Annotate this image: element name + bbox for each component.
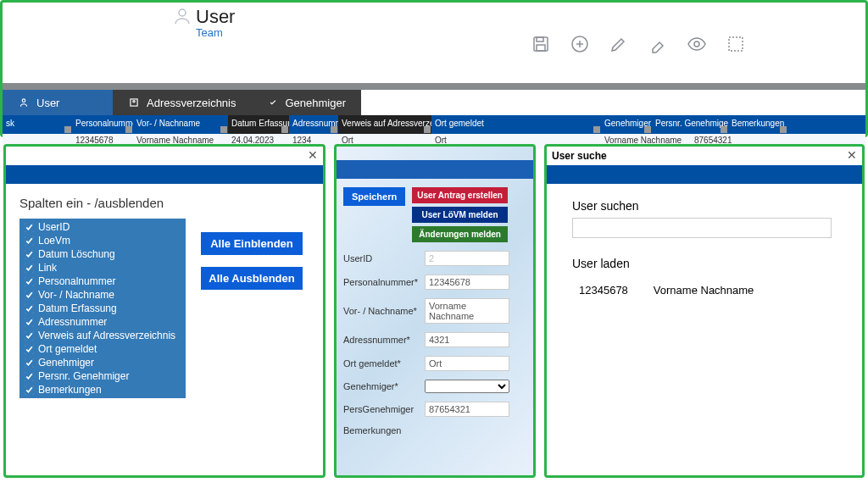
create-request-button[interactable]: User Antrag erstellen [412, 187, 508, 203]
svg-rect-2 [537, 37, 543, 42]
close-icon[interactable]: ✕ [847, 148, 857, 162]
tab-genehmiger[interactable]: Genehmiger [252, 90, 362, 115]
gen-select[interactable] [425, 380, 509, 393]
tab-user-label: User [36, 97, 59, 109]
chk[interactable] [25, 291, 34, 300]
chk[interactable] [25, 277, 34, 286]
chk-item[interactable]: Datum Erfassung [19, 302, 186, 315]
panel-header-bar [547, 165, 862, 184]
chk[interactable] [25, 250, 34, 259]
save-floppy-icon[interactable] [530, 33, 552, 55]
result-row[interactable]: 12345678 Vorname Nachname [572, 275, 845, 297]
svg-point-0 [179, 9, 186, 16]
chk[interactable] [25, 318, 34, 327]
chk-item[interactable]: Vor- / Nachname [19, 288, 186, 302]
col-h[interactable]: sk [3, 115, 72, 134]
chk[interactable] [25, 331, 34, 341]
result-id: 12345678 [579, 284, 628, 297]
svg-rect-3 [537, 45, 545, 51]
pg-label: PersGenehmiger [343, 404, 425, 414]
columns-panel-title: Spalten ein - /ausblenden [6, 184, 323, 219]
save-button[interactable]: Speichern [343, 187, 405, 206]
bem-label: Bemerkungen [343, 425, 425, 435]
edit-pencil-icon[interactable] [608, 33, 630, 55]
top-panel: User Team User Adressverzeichnis Genehmi… [0, 0, 868, 137]
close-icon[interactable]: ✕ [308, 148, 318, 162]
col-h[interactable]: Datum Erfassung [228, 115, 289, 134]
chk[interactable] [25, 345, 34, 354]
panel-header-bar [337, 160, 533, 179]
search-panel: User suche ✕ User suchen User laden 1234… [544, 144, 865, 478]
pg-field[interactable]: 87654321 [425, 402, 509, 417]
view-eye-icon[interactable] [686, 33, 708, 55]
chk-item[interactable]: Genehmiger [19, 356, 186, 369]
chk-item[interactable]: Personalnummer [19, 274, 186, 288]
changes-button[interactable]: Änderungen melden [412, 226, 508, 242]
columns-panel: ✕ Spalten ein - /ausblenden UserID LoeVm… [3, 144, 326, 478]
svg-point-9 [22, 99, 25, 103]
gen-label: Genehmiger* [343, 381, 425, 391]
chk-item[interactable]: Adressnummer [19, 315, 186, 329]
chk-item[interactable]: Bemerkungen [19, 383, 186, 396]
pnr-label: Personalnummer* [343, 277, 425, 287]
col-h[interactable]: Verweis auf Adressverzeichnis [338, 115, 431, 134]
chk[interactable] [25, 304, 34, 313]
erase-icon[interactable] [647, 33, 669, 55]
tab-user[interactable]: User [3, 90, 113, 115]
add-icon[interactable] [569, 33, 591, 55]
tab-gen-label: Genehmiger [286, 97, 347, 109]
adr-field[interactable]: 4321 [425, 332, 509, 347]
chk-item[interactable]: UserID [19, 220, 186, 234]
loevm-button[interactable]: User LöVM melden [412, 207, 508, 223]
svg-point-11 [133, 101, 135, 103]
tab-adressverzeichnis[interactable]: Adressverzeichnis [113, 90, 252, 115]
chk[interactable] [25, 385, 34, 395]
chk-item[interactable]: LoeVm [19, 234, 186, 247]
ort-field[interactable]: Ort [425, 356, 509, 371]
chk-item[interactable]: Persnr. Genehmiger [19, 369, 186, 383]
user-avatar-icon [172, 6, 192, 29]
show-all-button[interactable]: Alle Einblenden [201, 232, 303, 255]
col-h[interactable]: Vor- / Nachname [133, 115, 228, 134]
adr-label: Adressnummer* [343, 335, 425, 345]
chk-item[interactable]: Datum Löschung [19, 247, 186, 261]
pnr-field[interactable]: 12345678 [425, 274, 509, 290]
chk[interactable] [25, 263, 34, 273]
chk[interactable] [25, 372, 34, 381]
col-h[interactable]: Adressnummer [289, 115, 338, 134]
table-header: sk Personalnummer Vor- / Nachname Datum … [3, 115, 865, 134]
col-h[interactable]: Persnr. Genehmiger [652, 115, 728, 134]
chk[interactable] [25, 358, 34, 368]
load-label: User laden [572, 257, 845, 270]
col-h[interactable]: Genehmiger [601, 115, 652, 134]
ort-label: Ort gemeldet* [343, 358, 425, 369]
settings-sheet-icon[interactable] [725, 33, 747, 55]
tabs-row: User Adressverzeichnis Genehmiger [3, 90, 865, 115]
result-name: Vorname Nachname [654, 284, 754, 297]
chk-item[interactable]: Link [19, 261, 186, 274]
chk[interactable] [25, 236, 34, 246]
search-label: User suchen [572, 199, 845, 213]
svg-point-7 [694, 42, 699, 47]
userid-label: UserID [343, 253, 425, 263]
panel-header-bar [6, 165, 323, 184]
chk-item[interactable]: Verweis auf Adressverzeichnis [19, 329, 186, 342]
column-checklist: UserID LoeVm Datum Löschung Link Persona… [19, 219, 186, 398]
divider-bar [3, 83, 865, 90]
name-field[interactable]: Vorname Nachname [425, 298, 509, 324]
col-h[interactable]: Bemerkungen [728, 115, 787, 134]
toolbar [530, 33, 747, 55]
tab-addr-label: Adressverzeichnis [147, 97, 236, 109]
userid-field: 2 [425, 251, 509, 266]
name-label: Vor- / Nachname* [343, 306, 425, 316]
col-h[interactable]: Ort gemeldet [431, 115, 601, 134]
chk-item[interactable]: Ort gemeldet [19, 342, 186, 356]
form-panel: Speichern User Antrag erstellen User LöV… [334, 144, 536, 478]
search-input[interactable] [572, 218, 832, 238]
chk[interactable] [25, 223, 34, 232]
col-h[interactable]: Personalnummer [72, 115, 133, 134]
svg-rect-8 [729, 37, 743, 51]
search-panel-title: User suche [552, 150, 607, 162]
hide-all-button[interactable]: Alle Ausblenden [201, 267, 303, 290]
